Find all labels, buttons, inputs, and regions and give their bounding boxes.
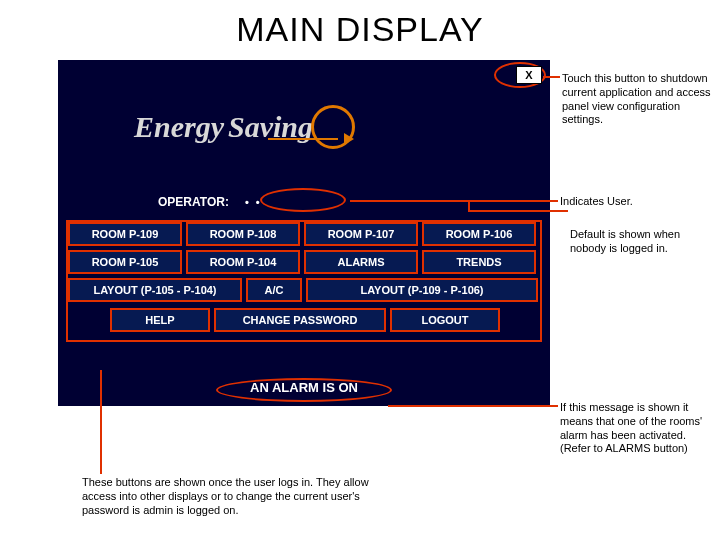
callout-line: [388, 405, 558, 407]
callout-line: [100, 370, 102, 474]
ac-button[interactable]: A/C: [246, 278, 302, 302]
logo-word1: Energy: [134, 110, 224, 144]
alarm-banner: AN ALARM IS ON: [58, 378, 550, 396]
layout-1-button[interactable]: LAYOUT (P-105 - P-104): [68, 278, 242, 302]
close-button[interactable]: X: [516, 66, 542, 84]
room-p108-button[interactable]: ROOM P-108: [186, 222, 300, 246]
hmi-panel: X Energy Saving OPERATOR: • • ROOM P-109…: [58, 60, 550, 406]
layout-2-button[interactable]: LAYOUT (P-109 - P-106): [306, 278, 538, 302]
note-default: Default is shown when nobody is logged i…: [570, 228, 716, 256]
operator-row: OPERATOR: • •: [158, 195, 262, 209]
room-p105-button[interactable]: ROOM P-105: [68, 250, 182, 274]
logout-button[interactable]: LOGOUT: [390, 308, 500, 332]
help-button[interactable]: HELP: [110, 308, 210, 332]
room-p107-button[interactable]: ROOM P-107: [304, 222, 418, 246]
operator-value: • •: [245, 196, 262, 208]
alarm-text: AN ALARM IS ON: [250, 380, 358, 395]
room-p109-button[interactable]: ROOM P-109: [68, 222, 182, 246]
note-user: Indicates User.: [560, 195, 710, 209]
note-alarm: If this message is shown it means that o…: [560, 401, 716, 456]
change-password-button[interactable]: CHANGE PASSWORD: [214, 308, 386, 332]
callout-ellipse-operator: [260, 188, 346, 212]
callout-line: [350, 200, 558, 202]
callout-line: [543, 76, 560, 78]
room-p104-button[interactable]: ROOM P-104: [186, 250, 300, 274]
callout-line: [468, 200, 470, 212]
note-close: Touch this button to shutdown current ap…: [562, 72, 714, 127]
alarms-button[interactable]: ALARMS: [304, 250, 418, 274]
button-grid: ROOM P-109 ROOM P-108 ROOM P-107 ROOM P-…: [68, 222, 542, 332]
callout-line: [470, 210, 568, 212]
logo-arrow-icon: [268, 135, 348, 149]
trends-button[interactable]: TRENDS: [422, 250, 536, 274]
page-title: MAIN DISPLAY: [0, 0, 720, 49]
room-p106-button[interactable]: ROOM P-106: [422, 222, 536, 246]
note-buttons: These buttons are shown once the user lo…: [82, 476, 382, 517]
operator-label: OPERATOR:: [158, 195, 229, 209]
